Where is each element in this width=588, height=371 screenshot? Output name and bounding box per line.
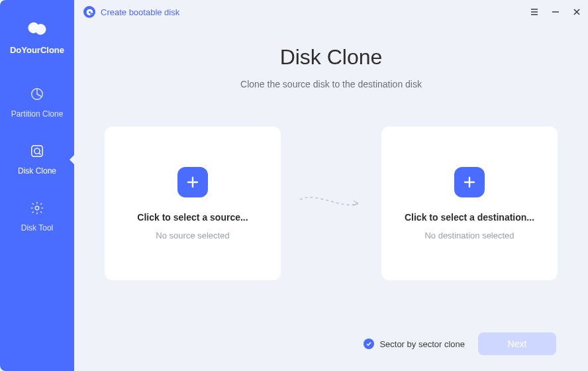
next-button[interactable]: Next — [478, 333, 556, 355]
svg-point-6 — [90, 13, 93, 15]
window-controls — [530, 7, 581, 17]
next-button-label: Next — [508, 339, 527, 349]
close-button[interactable] — [572, 7, 581, 17]
source-card[interactable]: Click to select a source... No source se… — [105, 127, 281, 280]
source-card-title: Click to select a source... — [137, 212, 248, 223]
create-bootable-disk-button[interactable]: Create bootable disk — [83, 6, 179, 18]
source-card-subtitle: No source selected — [156, 231, 229, 240]
svg-rect-1 — [32, 146, 43, 157]
sector-by-sector-label: Sector by sector clone — [379, 339, 465, 349]
selection-cards: Click to select a source... No source se… — [101, 127, 562, 280]
sector-by-sector-checkbox[interactable]: Sector by sector clone — [364, 339, 465, 349]
destination-card-title: Click to select a destination... — [405, 212, 534, 223]
sidebar-item-disk-tool[interactable]: Disk Tool — [0, 197, 74, 237]
plus-icon — [177, 167, 208, 197]
brand-logo-icon — [25, 20, 49, 38]
topbar: Create bootable disk — [74, 0, 588, 24]
gear-icon — [30, 201, 44, 218]
destination-card-subtitle: No destination selected — [424, 231, 514, 240]
page-subtitle: Clone the source disk to the destination… — [240, 79, 422, 89]
sidebar: DoYourClone Partition Clone Disk Clone D… — [0, 0, 74, 371]
create-bootable-disk-label: Create bootable disk — [101, 7, 179, 17]
content-area: Disk Clone Clone the source disk to the … — [74, 24, 588, 323]
sidebar-item-label: Partition Clone — [11, 109, 64, 119]
arrow-icon — [285, 190, 377, 217]
sidebar-item-label: Disk Clone — [18, 166, 56, 176]
brand-name: DoYourClone — [10, 45, 64, 55]
svg-point-3 — [35, 206, 39, 210]
page-title: Disk Clone — [280, 45, 383, 70]
plus-icon — [454, 167, 485, 197]
sidebar-item-label: Disk Tool — [21, 223, 53, 233]
minimize-button[interactable] — [551, 7, 560, 17]
menu-button[interactable] — [530, 7, 539, 17]
app-root: DoYourClone Partition Clone Disk Clone D… — [0, 0, 588, 371]
brand: DoYourClone — [10, 20, 64, 55]
sidebar-item-disk-clone[interactable]: Disk Clone — [0, 140, 74, 180]
sidebar-item-partition-clone[interactable]: Partition Clone — [0, 83, 74, 123]
check-circle-icon — [364, 339, 374, 349]
svg-point-5 — [88, 11, 90, 13]
disk-search-icon — [30, 144, 44, 161]
destination-card[interactable]: Click to select a destination... No dest… — [381, 127, 558, 280]
disk-badge-icon — [83, 6, 95, 18]
pie-icon — [30, 87, 44, 104]
main-panel: Create bootable disk Disk Clone Clone th… — [74, 0, 588, 371]
footer: Sector by sector clone Next — [74, 323, 588, 371]
